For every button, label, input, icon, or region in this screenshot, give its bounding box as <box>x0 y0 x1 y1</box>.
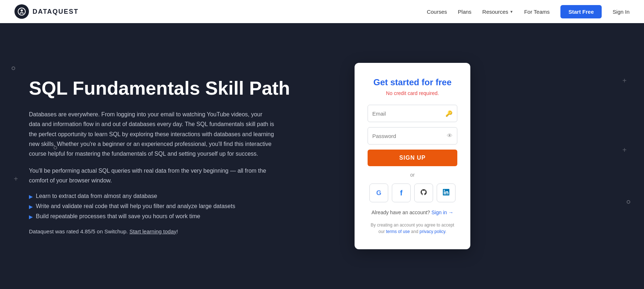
hero-description-1: Databases are everywhere. From logging i… <box>29 109 275 159</box>
logo-icon <box>14 4 29 19</box>
sign-in-link[interactable]: Sign in → <box>432 210 454 215</box>
hero-section: + + + SQL Fundamentals Skill Path Databa… <box>0 23 644 289</box>
facebook-signup-button[interactable]: f <box>392 184 411 202</box>
already-have-account: Already have an account? Sign in → <box>368 210 457 215</box>
email-field-group: 🔑 <box>368 105 457 122</box>
bullet-arrow-icon-2: ▶ <box>29 204 33 210</box>
hero-bullets: ▶ Learn to extract data from almost any … <box>29 193 340 220</box>
hero-description-2: You'll be performing actual SQL queries … <box>29 166 275 185</box>
google-signup-button[interactable]: G <box>369 184 388 202</box>
terms-of-use-link[interactable]: terms of use <box>386 229 410 234</box>
deco-plus-1: + <box>14 175 18 183</box>
nav-resources[interactable]: Resources ▼ <box>482 9 513 15</box>
deco-plus-3: + <box>622 146 627 154</box>
signup-card: Get started for free No credit card requ… <box>355 63 470 249</box>
password-toggle-icon[interactable]: 👁 <box>447 133 453 139</box>
email-input[interactable] <box>372 111 445 117</box>
social-buttons-group: G f <box>368 184 457 202</box>
navbar-links: Courses Plans Resources ▼ For Teams Star… <box>427 5 630 18</box>
hero-title: SQL Fundamentals Skill Path <box>29 78 340 99</box>
svg-point-2 <box>20 13 21 14</box>
password-input-wrapper: 👁 <box>368 127 457 144</box>
github-signup-button[interactable] <box>414 184 433 202</box>
start-learning-link[interactable]: Start learning today <box>130 228 177 234</box>
logo-text: DATAQUEST <box>33 8 79 16</box>
linkedin-icon <box>443 189 449 197</box>
terms-privacy-text: By creating an account you agree to acce… <box>368 222 457 235</box>
navbar: DATAQUEST Courses Plans Resources ▼ For … <box>0 0 644 23</box>
bullet-arrow-icon-1: ▶ <box>29 194 33 199</box>
password-field-group: 👁 <box>368 127 457 144</box>
bullet-arrow-icon-3: ▶ <box>29 214 33 220</box>
google-icon: G <box>376 189 381 197</box>
signup-card-title: Get started for free <box>368 77 457 87</box>
bullet-3: ▶ Build repeatable processes that will s… <box>29 213 340 220</box>
resources-chevron-icon: ▼ <box>510 10 513 14</box>
github-icon <box>420 189 427 198</box>
deco-circle-2 <box>54 146 57 150</box>
signup-button[interactable]: SIGN UP <box>368 150 457 166</box>
bullet-1: ▶ Learn to extract data from almost any … <box>29 193 340 199</box>
deco-circle-3 <box>627 200 630 204</box>
hero-rating: Dataquest was rated 4.85/5 on Switchup. … <box>29 228 340 234</box>
nav-sign-in[interactable]: Sign In <box>613 9 630 15</box>
svg-point-3 <box>22 13 24 14</box>
nav-plans[interactable]: Plans <box>458 9 472 15</box>
or-divider: or <box>368 172 457 178</box>
start-free-button[interactable]: Start Free <box>560 5 602 18</box>
signup-card-subtitle: No credit card required. <box>368 90 457 96</box>
email-autofill-icon: 🔑 <box>445 110 453 117</box>
nav-for-teams[interactable]: For Teams <box>524 9 550 15</box>
hero-content: SQL Fundamentals Skill Path Databases ar… <box>29 78 355 234</box>
password-input[interactable] <box>372 133 447 139</box>
facebook-icon: f <box>400 189 403 197</box>
nav-courses[interactable]: Courses <box>427 9 447 15</box>
privacy-policy-link[interactable]: privacy policy <box>419 229 445 234</box>
linkedin-signup-button[interactable] <box>437 184 456 202</box>
deco-plus-2: + <box>622 77 627 85</box>
navbar-logo-area: DATAQUEST <box>14 4 79 19</box>
email-input-wrapper: 🔑 <box>368 105 457 122</box>
bullet-2: ▶ Write and validate real code that will… <box>29 203 340 210</box>
svg-point-1 <box>21 9 23 12</box>
deco-circle-1 <box>12 66 15 70</box>
